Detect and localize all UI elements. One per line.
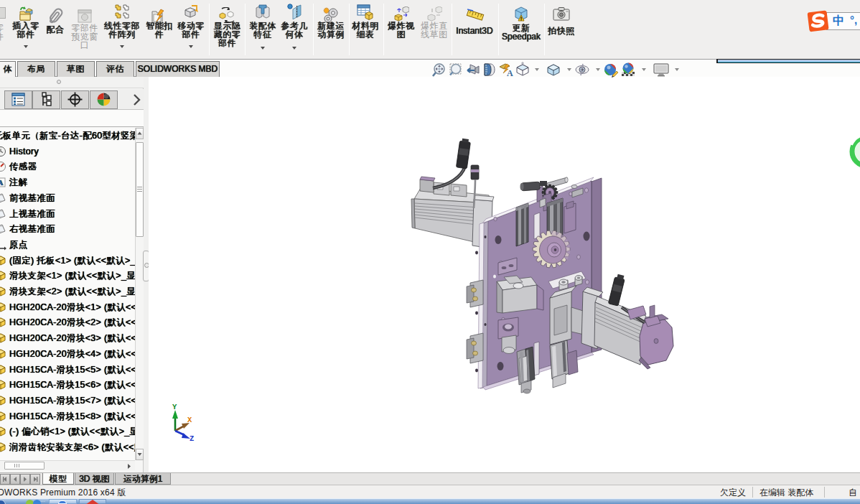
svg-text:A: A bbox=[507, 68, 513, 78]
svg-text:Y: Y bbox=[172, 403, 177, 411]
svg-text:A: A bbox=[0, 178, 4, 187]
svg-text:Z: Z bbox=[190, 434, 194, 443]
svg-text:X: X bbox=[187, 416, 192, 424]
